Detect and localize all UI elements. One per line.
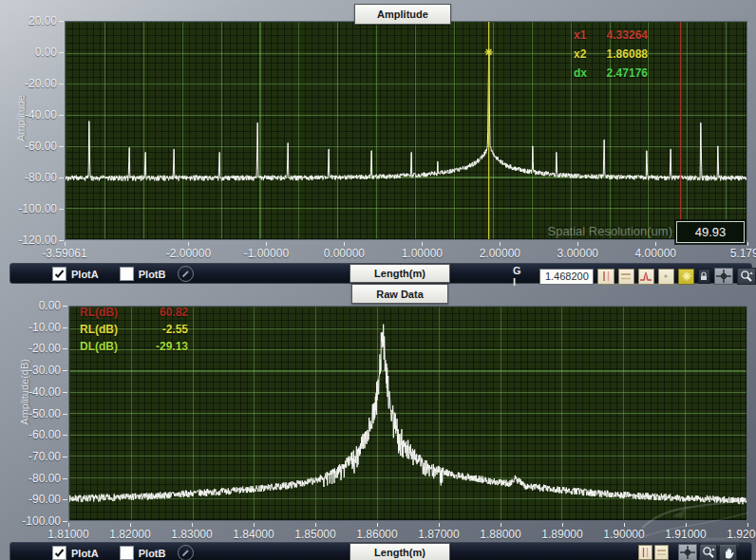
readout-value: 4.33264 [607, 28, 648, 42]
y-tick-label: -60.00 [28, 428, 61, 441]
tab-amplitude[interactable]: Amplitude [354, 4, 451, 25]
readout-row: RL(dB)-2.55 [80, 321, 188, 338]
top-toolbar-right: G I 1.468200 [513, 265, 756, 288]
horizontal-cursors-icon[interactable] [618, 269, 634, 285]
y-tick-label: -40.00 [25, 108, 57, 121]
plota-label: PlotA [71, 269, 99, 280]
x-tick-label: 1.84000 [233, 528, 274, 541]
vertical-cursors-icon[interactable] [597, 269, 614, 285]
x-axis-tab-length-top[interactable]: Length(m) [350, 264, 450, 283]
y-tick-label: 0.00 [39, 299, 61, 312]
x-tick-label: 1.85000 [294, 528, 335, 541]
tick-mark [59, 52, 64, 53]
plota-checkbox[interactable] [52, 267, 66, 281]
tick-mark [562, 523, 563, 527]
x-tick-label: 3.00000 [558, 247, 598, 260]
edit-pencil-icon[interactable] [178, 545, 194, 560]
tick-mark [63, 327, 67, 328]
plotb-checkbox[interactable] [120, 267, 134, 281]
x-tick-label: 1.00000 [402, 247, 443, 260]
tick-mark [439, 523, 440, 527]
tick-mark [59, 177, 64, 178]
marker-icon[interactable] [658, 269, 674, 285]
readout-row: dx2.47176 [574, 64, 648, 83]
x-tick-label: -3.59061 [42, 247, 86, 260]
y-tick-label: 0.00 [35, 46, 57, 59]
y-tick-label: -100.00 [18, 202, 57, 215]
app-window: Amplitude Amplitude x14.33264x21.86088dx… [0, 0, 756, 560]
readout-label: x1 [574, 28, 586, 42]
y-tick-label: -50.00 [28, 407, 61, 420]
loss-readouts: RL(dB)60.82RL(dB)-2.55DL(dB)-29.13 [80, 304, 188, 355]
readout-row: RL(dB)60.82 [80, 304, 188, 321]
readout-label: dx [574, 66, 587, 80]
y-tick-label: -10.00 [28, 321, 61, 334]
tick-mark [63, 348, 67, 349]
plotb-label: PlotB [139, 269, 166, 280]
x-tick-label: 1.87000 [418, 528, 459, 541]
bottom-plot-toggles: PlotA PlotB [52, 545, 194, 560]
y-tick-label: -20.00 [25, 77, 57, 90]
tick-mark [63, 370, 67, 371]
readout-value: -29.13 [156, 340, 188, 353]
readout-value: 1.86088 [607, 47, 648, 61]
x-tick-label: 1.91000 [665, 528, 706, 541]
spatial-resolution-value: 49.93 [676, 221, 745, 243]
tick-mark [68, 523, 69, 527]
x-tick-label: 2.00000 [480, 247, 520, 260]
y-tick-label: -20.00 [28, 342, 61, 355]
length-value-field[interactable]: 1.468200 [539, 269, 594, 285]
x-tick-label: 1.92000 [727, 528, 756, 541]
tick-mark [59, 21, 64, 22]
crosshair-icon[interactable] [714, 268, 734, 285]
star-marker-icon[interactable] [678, 269, 694, 285]
y-tick-label: -80.00 [25, 171, 57, 184]
tick-mark [377, 523, 378, 527]
bottom-toolbar-right [638, 544, 737, 560]
tick-mark [686, 523, 687, 527]
tick-mark [63, 306, 67, 307]
tick-mark [130, 523, 131, 527]
peak-marker-icon[interactable] [638, 269, 654, 285]
readout-value: 2.47176 [607, 66, 648, 80]
readout-row: x14.33264 [574, 26, 648, 45]
crosshair-icon[interactable] [678, 544, 697, 560]
x-axis-tab-length-bottom[interactable]: Length(m) [350, 543, 450, 560]
tick-mark [192, 523, 193, 527]
tick-mark [254, 523, 255, 527]
plota-checkbox[interactable] [52, 546, 66, 560]
tick-mark [344, 242, 345, 246]
tick-mark [501, 523, 501, 527]
check-icon [54, 269, 65, 279]
readout-label: x2 [574, 47, 586, 61]
zoom-icon[interactable] [737, 268, 755, 285]
y-tick-label: 20.00 [28, 14, 57, 28]
x-tick-label: 1.81000 [47, 528, 88, 541]
zoom-icon[interactable] [699, 544, 717, 560]
edit-pencil-icon[interactable] [178, 266, 194, 282]
peak-marker[interactable] [485, 48, 493, 56]
tick-mark [63, 457, 67, 457]
x-tick-label: 1.82000 [109, 528, 150, 541]
vertical-cursors-icon[interactable] [638, 545, 652, 560]
tick-mark [63, 499, 67, 500]
tick-mark [63, 392, 67, 393]
plotb-checkbox[interactable] [120, 546, 134, 560]
tab-raw-data[interactable]: Raw Data [351, 284, 448, 304]
lock-icon[interactable] [698, 269, 709, 284]
x-tick-label: 1.90000 [603, 528, 644, 541]
horizontal-cursors-icon[interactable] [654, 545, 669, 560]
readout-value: -2.55 [162, 323, 188, 336]
x-tick-label: -1.00000 [244, 247, 289, 260]
readout-value: 60.82 [160, 306, 188, 319]
x-tick-label: 1.86000 [356, 528, 397, 541]
tick-mark [266, 242, 267, 246]
tick-mark [63, 414, 67, 415]
tick-mark [747, 523, 748, 527]
y-tick-label: -100.00 [22, 514, 61, 528]
x-tick-label: 1.88000 [480, 528, 520, 541]
tick-mark [747, 242, 748, 246]
tick-mark [65, 242, 66, 246]
y-tick-label: -70.00 [28, 450, 61, 463]
pan-icon[interactable] [719, 544, 737, 560]
